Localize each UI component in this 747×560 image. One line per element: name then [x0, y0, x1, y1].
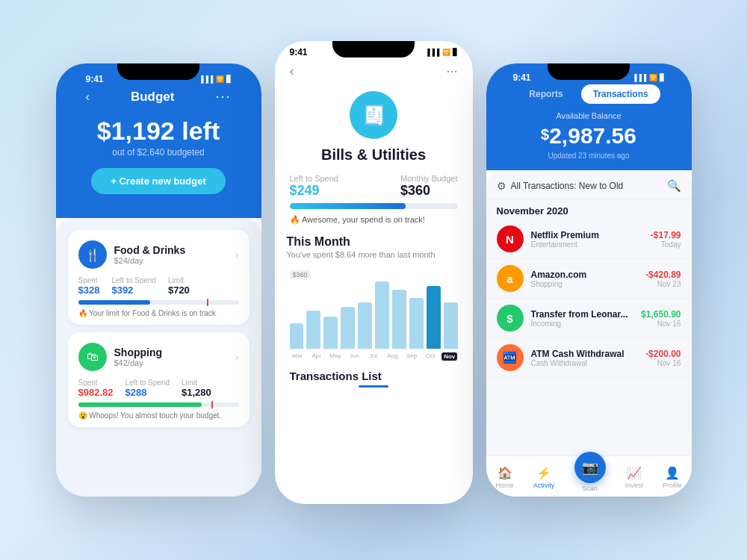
- nav-item-scan[interactable]: 📷Scan: [574, 462, 606, 492]
- bar-label-Nov: Nov: [441, 352, 457, 361]
- trans-amount-date: -$420.89 Nov 23: [645, 270, 681, 288]
- status-time-1: 9:41: [86, 74, 104, 84]
- more-icon-2[interactable]: ···: [446, 63, 457, 79]
- trans-avatar: a: [497, 265, 524, 292]
- transaction-item[interactable]: a Amazon.com Shopping -$420.89 Nov 23: [486, 259, 692, 299]
- wifi-icon: 🛜: [216, 75, 224, 83]
- food-icon: 🍴: [78, 240, 107, 269]
- nav-item-home[interactable]: 🏠Home: [496, 466, 514, 489]
- trans-avatar: $: [497, 305, 524, 332]
- bar-Nov: [427, 286, 441, 349]
- trans-amount-date: -$17.99 Today: [651, 230, 681, 249]
- tab-reports[interactable]: Reports: [517, 84, 574, 104]
- phone-bills: 9:41 ▐▐▐ 🛜 ▊ ‹ ··· 🧾 Bills & Utilities L…: [275, 41, 473, 504]
- battery-icon-2: ▊: [453, 49, 458, 56]
- avail-label: Available Balance: [498, 111, 680, 120]
- this-month-sub: You've spent $8.64 more than last month: [287, 250, 461, 259]
- reports-transactions-tabs: Reports Transactions: [498, 84, 680, 104]
- bills-on-track-msg: 🔥 Awesome, your spend is on track!: [290, 215, 458, 225]
- phone-transactions: 9:41 ▐▐▐ 🛜 ▊ Reports Transactions Availa…: [486, 63, 692, 497]
- trans-name: Amazon.com: [531, 270, 639, 280]
- trans-category: Entertainment: [531, 240, 643, 249]
- food-card-top: 🍴 Food & Drinks $24/day ›: [78, 240, 239, 269]
- food-stats: Spent $328 Left to Spend $392 Limit $720: [78, 276, 239, 296]
- bar-Jul: [358, 302, 372, 349]
- bar-label-Mar: Mar: [290, 352, 306, 361]
- search-icon[interactable]: 🔍: [667, 179, 681, 193]
- bar-label-Jun: Jun: [347, 352, 362, 361]
- food-left: Left to Spend $392: [111, 276, 156, 296]
- chart-budget-label: $360: [290, 270, 311, 279]
- trans-date: Nov 16: [645, 359, 681, 367]
- bills-spend-row: Left to Spend $249 Monthly Budget $360: [287, 174, 461, 199]
- nav-item-profile[interactable]: 👤Profile: [663, 466, 682, 489]
- trans-date: Nov 23: [645, 280, 681, 288]
- shopping-left: Left to Spend $288: [125, 379, 170, 398]
- status-icons-3: ▐▐▐ 🛜 ▊: [632, 74, 664, 81]
- available-balance-section: Available Balance $2,987.56 Updated 23 m…: [498, 111, 680, 160]
- back-icon-2[interactable]: ‹: [290, 63, 294, 79]
- status-time-2: 9:41: [290, 47, 308, 57]
- trans-avatar: N: [497, 225, 524, 252]
- bars-container: [290, 282, 458, 349]
- shopping-chevron-icon: ›: [235, 351, 239, 363]
- trans-date: Nov 16: [641, 320, 681, 328]
- food-progress-bar: [78, 300, 239, 305]
- nav-label-home: Home: [496, 482, 514, 489]
- status-icons-2: ▐▐▐ 🛜 ▊: [425, 49, 457, 56]
- bottom-nav: 🏠Home⚡Activity📷Scan📈Invest👤Profile: [486, 455, 692, 497]
- bar-Aug: [375, 281, 389, 349]
- transaction-item[interactable]: N Netflix Premium Entertainment -$17.99 …: [486, 220, 692, 259]
- trans-name: Netflix Premium: [531, 230, 643, 240]
- back-icon[interactable]: ‹: [86, 90, 90, 104]
- shopping-progress-fill: [78, 402, 202, 407]
- nav-label-activity: Activity: [533, 482, 555, 489]
- status-time-3: 9:41: [513, 72, 531, 83]
- shopping-card[interactable]: 🛍 Shopping $42/day › Spent $982.82 Left …: [68, 332, 249, 427]
- bar-May: [323, 317, 338, 349]
- bills-title: Bills & Utilities: [287, 146, 461, 164]
- balance-amount: $2,987.56: [498, 123, 680, 149]
- status-icons-1: ▐▐▐ 🛜 ▊: [199, 75, 231, 83]
- transactions-body: ⚙ All Transactions: New to Old 🔍 Novembe…: [486, 170, 692, 497]
- trans-info: Amazon.com Shopping: [531, 270, 639, 288]
- trans-list-underline: [359, 385, 388, 388]
- create-budget-button[interactable]: + Create new budget: [91, 168, 226, 194]
- notch-2: [332, 41, 415, 57]
- page-title-1: Budget: [131, 90, 175, 105]
- food-name: Food & Drinks: [114, 244, 235, 256]
- filter-label: All Transactions: New to Old: [511, 181, 624, 191]
- wifi-icon-2: 🛜: [442, 49, 450, 56]
- shopping-info: Shopping $42/day: [114, 346, 235, 367]
- bills-progress-bar: [290, 203, 458, 209]
- more-icon[interactable]: ···: [215, 89, 231, 105]
- nav-label-scan: Scan: [582, 485, 598, 492]
- food-progress-fill: [78, 300, 151, 305]
- food-limit: Limit $720: [168, 276, 190, 296]
- bar-label-Apr: Apr: [309, 352, 324, 361]
- nav-item-activity[interactable]: ⚡Activity: [533, 466, 555, 489]
- scan-button[interactable]: 📷: [574, 452, 606, 483]
- nav-icon-profile: 👤: [665, 466, 680, 480]
- tab-transactions[interactable]: Transactions: [581, 84, 660, 104]
- bar-label-May: May: [327, 352, 343, 361]
- bar-label-Jul: Jul: [365, 352, 381, 361]
- bar-labels: MarAprMayJunJulAugSepOctNov: [290, 352, 458, 361]
- filter-icon[interactable]: ⚙: [497, 180, 506, 192]
- battery-icon: ▊: [226, 75, 232, 83]
- signal-icon-2: ▐▐▐: [425, 49, 439, 56]
- filter-bar: ⚙ All Transactions: New to Old 🔍: [486, 170, 692, 199]
- food-track-msg: 🔥 Your limit for Food & Drinks is on tra…: [78, 309, 239, 317]
- transaction-item[interactable]: $ Transfer from Leonar... Incoming $1,65…: [486, 299, 692, 338]
- trans-name: Transfer from Leonar...: [531, 309, 634, 320]
- monthly-bar-chart: $360 MarAprMayJunJulAugSepOctNov: [290, 267, 458, 361]
- nav-item-invest[interactable]: 📈Invest: [625, 466, 643, 489]
- trans-info: ATM Cash Withdrawal Cash Withdrawal: [531, 349, 639, 367]
- shopping-icon: 🛍: [78, 343, 107, 371]
- food-info: Food & Drinks $24/day: [114, 244, 235, 265]
- nav-icon-activity: ⚡: [536, 466, 551, 480]
- food-drinks-card[interactable]: 🍴 Food & Drinks $24/day › Spent $328 Lef…: [68, 230, 249, 325]
- bills-progress-fill: [290, 203, 406, 209]
- transaction-item[interactable]: 🏧 ATM Cash Withdrawal Cash Withdrawal -$…: [486, 338, 692, 378]
- shopping-rate: $42/day: [114, 358, 235, 367]
